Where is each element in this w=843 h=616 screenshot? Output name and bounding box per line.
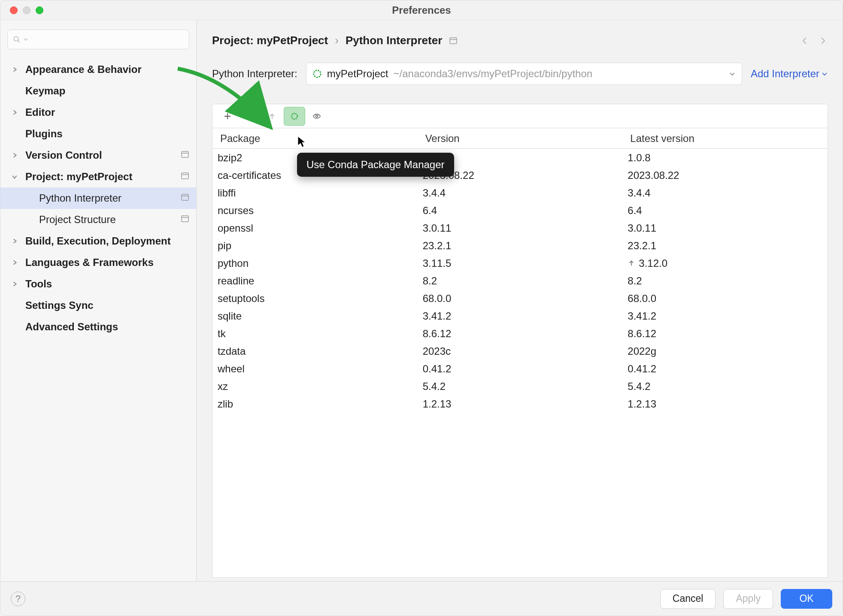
col-package[interactable]: Package [212, 133, 418, 145]
forward-icon[interactable] [818, 36, 828, 46]
search-icon [13, 36, 21, 43]
conda-package-manager-button[interactable] [284, 107, 305, 126]
cell-latest: 23.2.1 [622, 240, 828, 252]
settings-tree: Appearance & BehaviorKeymapEditorPlugins… [0, 56, 196, 581]
cell-latest: 3.4.4 [622, 187, 828, 199]
cell-latest: 68.0.0 [622, 293, 828, 305]
cell-latest: 6.4 [622, 205, 828, 217]
cell-package: setuptools [212, 293, 418, 305]
cell-version: 8.2 [418, 275, 623, 287]
cell-package: wheel [212, 363, 418, 375]
show-early-releases-button[interactable] [306, 107, 327, 126]
config-scope-icon [449, 36, 458, 45]
config-scope-icon [181, 192, 189, 204]
svg-point-12 [314, 70, 321, 78]
install-package-button[interactable] [217, 107, 238, 126]
svg-rect-4 [182, 173, 188, 179]
cell-latest: 0.41.2 [622, 363, 828, 375]
sidebar-item-advanced-settings[interactable]: Advanced Settings [0, 316, 196, 338]
sidebar-item-settings-sync[interactable]: Settings Sync [0, 295, 196, 316]
sidebar-item-python-interpreter[interactable]: Python Interpreter [0, 187, 196, 209]
help-button[interactable]: ? [11, 592, 25, 606]
svg-line-1 [18, 40, 20, 42]
table-row[interactable]: pip23.2.123.2.1 [212, 237, 828, 254]
settings-search[interactable] [7, 30, 189, 49]
sidebar-item-label: Languages & Frameworks [25, 257, 189, 269]
table-row[interactable]: openssl3.0.113.0.11 [212, 219, 828, 237]
cell-version: 8.6.12 [418, 328, 623, 340]
cell-version: 3.0.11 [418, 222, 623, 234]
cell-latest: 8.6.12 [622, 328, 828, 340]
sidebar-item-editor[interactable]: Editor [0, 102, 196, 123]
cell-version: 3.11.5 [418, 257, 623, 269]
expand-icon [8, 281, 21, 287]
cell-version: 5.4.2 [418, 380, 623, 393]
cell-version: 68.0.0 [418, 293, 623, 305]
cell-latest: 5.4.2 [622, 380, 828, 393]
apply-button[interactable]: Apply [723, 589, 773, 609]
table-row[interactable]: tzdata2023c2022g [212, 342, 828, 360]
expand-icon [8, 66, 21, 72]
interpreter-dropdown[interactable]: myPetProject ~/anaconda3/envs/myPetProje… [306, 63, 742, 85]
minus-icon [246, 112, 254, 121]
svg-rect-6 [182, 194, 188, 200]
eye-icon [312, 112, 321, 121]
table-row[interactable]: readline8.28.2 [212, 272, 828, 290]
sidebar-item-version-control[interactable]: Version Control [0, 145, 196, 166]
sidebar-item-label: Advanced Settings [25, 321, 189, 333]
dialog-footer: ? Cancel Apply OK [0, 581, 843, 616]
interpreter-path: ~/anaconda3/envs/myPetProject/bin/python [394, 68, 593, 80]
table-row[interactable]: python3.11.53.12.0 [212, 254, 828, 272]
sidebar-item-languages-frameworks[interactable]: Languages & Frameworks [0, 252, 196, 273]
mouse-cursor-icon [297, 136, 306, 151]
sidebar-item-project-mypetproject[interactable]: Project: myPetProject [0, 166, 196, 187]
table-row[interactable]: ncurses6.46.4 [212, 202, 828, 219]
table-row[interactable]: xz5.4.25.4.2 [212, 377, 828, 395]
table-row[interactable]: zlib1.2.131.2.13 [212, 395, 828, 413]
chevron-down-icon [23, 37, 28, 42]
interpreter-row: Python Interpreter: myPetProject ~/anaco… [212, 63, 828, 85]
cell-package: python [212, 257, 418, 269]
sidebar-item-keymap[interactable]: Keymap [0, 80, 196, 102]
cell-package: sqlite [212, 310, 418, 322]
table-row[interactable]: wheel0.41.20.41.2 [212, 360, 828, 377]
config-scope-icon [181, 214, 189, 226]
sidebar-item-plugins[interactable]: Plugins [0, 123, 196, 145]
upgrade-available-icon [628, 257, 635, 269]
search-input[interactable] [31, 33, 184, 45]
title-bar: Preferences [0, 0, 843, 20]
table-row[interactable]: sqlite3.41.23.41.2 [212, 307, 828, 325]
breadcrumb-current: Python Interpreter [346, 34, 442, 47]
cell-version: 0.41.2 [418, 363, 623, 375]
upgrade-package-button[interactable] [261, 107, 283, 126]
cell-latest: 2022g [622, 345, 828, 357]
sidebar-item-label: Version Control [25, 149, 176, 161]
expand-icon [8, 260, 21, 266]
table-row[interactable]: setuptools68.0.068.0.0 [212, 290, 828, 307]
sidebar-item-build-execution-deployment[interactable]: Build, Execution, Deployment [0, 230, 196, 252]
table-row[interactable]: libffi3.4.43.4.4 [212, 184, 828, 202]
col-latest[interactable]: Latest version [622, 133, 828, 145]
sidebar-item-tools[interactable]: Tools [0, 273, 196, 295]
back-icon[interactable] [800, 36, 810, 46]
breadcrumb-parent[interactable]: Project: myPetProject [212, 34, 328, 47]
chevron-down-icon [729, 70, 736, 77]
sidebar-item-appearance-behavior[interactable]: Appearance & Behavior [0, 59, 196, 80]
cell-version: 6.4 [418, 205, 623, 217]
main-panel: Project: myPetProject › Python Interpret… [197, 20, 843, 581]
cell-latest: 3.0.11 [622, 222, 828, 234]
sidebar-item-label: Editor [25, 106, 189, 118]
history-nav [800, 36, 828, 46]
sidebar-item-label: Keymap [25, 85, 189, 97]
svg-point-14 [316, 115, 318, 117]
uninstall-package-button[interactable] [239, 107, 261, 126]
table-row[interactable]: tk8.6.128.6.12 [212, 325, 828, 342]
add-interpreter-link[interactable]: Add Interpreter [751, 68, 828, 80]
conda-icon [312, 69, 322, 79]
col-version[interactable]: Version [418, 133, 623, 145]
sidebar-item-project-structure[interactable]: Project Structure [0, 209, 196, 230]
sidebar-item-label: Project Structure [39, 214, 176, 226]
ok-button[interactable]: OK [781, 589, 832, 609]
cancel-button[interactable]: Cancel [660, 589, 716, 609]
cell-latest: 1.2.13 [622, 398, 828, 410]
